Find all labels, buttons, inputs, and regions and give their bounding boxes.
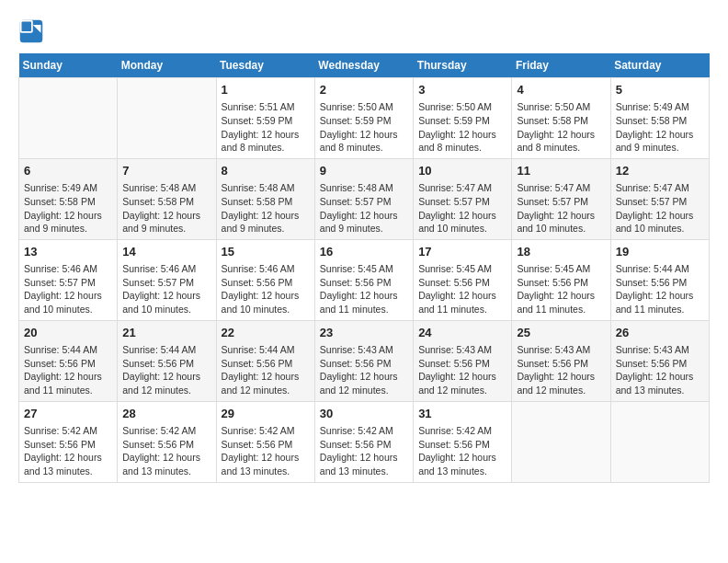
day-number: 31	[418, 406, 506, 422]
day-number: 29	[222, 406, 310, 422]
calendar-cell: 28Sunrise: 5:42 AM Sunset: 5:56 PM Dayli…	[118, 401, 216, 482]
calendar-cell: 9Sunrise: 5:48 AM Sunset: 5:57 PM Daylig…	[314, 158, 413, 239]
day-number: 6	[24, 163, 112, 179]
week-row-2: 6Sunrise: 5:49 AM Sunset: 5:58 PM Daylig…	[19, 158, 710, 239]
day-info: Sunrise: 5:46 AM Sunset: 5:56 PM Dayligh…	[222, 262, 310, 316]
day-info: Sunrise: 5:43 AM Sunset: 5:56 PM Dayligh…	[517, 343, 605, 397]
week-row-4: 20Sunrise: 5:44 AM Sunset: 5:56 PM Dayli…	[19, 320, 710, 401]
day-number: 10	[418, 163, 506, 179]
calendar-cell: 24Sunrise: 5:43 AM Sunset: 5:56 PM Dayli…	[414, 320, 512, 401]
day-number: 17	[418, 244, 506, 260]
day-number: 25	[517, 325, 605, 341]
day-info: Sunrise: 5:45 AM Sunset: 5:56 PM Dayligh…	[418, 262, 506, 316]
calendar-cell: 7Sunrise: 5:48 AM Sunset: 5:58 PM Daylig…	[118, 158, 216, 239]
day-info: Sunrise: 5:47 AM Sunset: 5:57 PM Dayligh…	[616, 181, 704, 236]
day-info: Sunrise: 5:47 AM Sunset: 5:57 PM Dayligh…	[418, 181, 506, 236]
day-info: Sunrise: 5:46 AM Sunset: 5:57 PM Dayligh…	[24, 262, 112, 316]
calendar-cell: 10Sunrise: 5:47 AM Sunset: 5:57 PM Dayli…	[414, 158, 512, 239]
calendar-cell: 6Sunrise: 5:49 AM Sunset: 5:58 PM Daylig…	[19, 158, 118, 239]
calendar-cell: 22Sunrise: 5:44 AM Sunset: 5:56 PM Dayli…	[216, 320, 314, 401]
day-number: 5	[616, 82, 704, 98]
day-number: 21	[122, 325, 210, 341]
day-info: Sunrise: 5:48 AM Sunset: 5:57 PM Dayligh…	[320, 181, 408, 236]
calendar-cell	[118, 78, 216, 159]
day-info: Sunrise: 5:44 AM Sunset: 5:56 PM Dayligh…	[122, 343, 210, 397]
calendar-cell: 3Sunrise: 5:50 AM Sunset: 5:59 PM Daylig…	[414, 78, 512, 159]
day-info: Sunrise: 5:42 AM Sunset: 5:56 PM Dayligh…	[418, 424, 506, 478]
day-number: 30	[320, 406, 408, 422]
day-info: Sunrise: 5:51 AM Sunset: 5:59 PM Dayligh…	[222, 100, 310, 155]
day-header-friday: Friday	[512, 53, 610, 78]
day-info: Sunrise: 5:47 AM Sunset: 5:57 PM Dayligh…	[517, 181, 605, 236]
calendar-cell: 25Sunrise: 5:43 AM Sunset: 5:56 PM Dayli…	[512, 320, 610, 401]
day-info: Sunrise: 5:49 AM Sunset: 5:58 PM Dayligh…	[616, 100, 704, 155]
day-info: Sunrise: 5:44 AM Sunset: 5:56 PM Dayligh…	[222, 343, 310, 397]
calendar-cell: 15Sunrise: 5:46 AM Sunset: 5:56 PM Dayli…	[216, 239, 314, 320]
calendar-cell: 14Sunrise: 5:46 AM Sunset: 5:57 PM Dayli…	[118, 239, 216, 320]
calendar-cell: 31Sunrise: 5:42 AM Sunset: 5:56 PM Dayli…	[414, 401, 512, 482]
calendar-cell: 17Sunrise: 5:45 AM Sunset: 5:56 PM Dayli…	[414, 239, 512, 320]
day-info: Sunrise: 5:44 AM Sunset: 5:56 PM Dayligh…	[24, 343, 112, 397]
calendar-cell: 18Sunrise: 5:45 AM Sunset: 5:56 PM Dayli…	[512, 239, 610, 320]
day-info: Sunrise: 5:44 AM Sunset: 5:56 PM Dayligh…	[616, 262, 704, 316]
calendar-cell: 27Sunrise: 5:42 AM Sunset: 5:56 PM Dayli…	[19, 401, 118, 482]
day-number: 1	[222, 82, 310, 98]
day-header-saturday: Saturday	[610, 53, 709, 78]
calendar-cell: 30Sunrise: 5:42 AM Sunset: 5:56 PM Dayli…	[314, 401, 413, 482]
day-number: 8	[222, 163, 310, 179]
day-header-wednesday: Wednesday	[314, 53, 413, 78]
day-header-tuesday: Tuesday	[216, 53, 314, 78]
day-info: Sunrise: 5:50 AM Sunset: 5:59 PM Dayligh…	[418, 100, 506, 155]
day-info: Sunrise: 5:50 AM Sunset: 5:58 PM Dayligh…	[517, 100, 605, 155]
calendar-cell: 4Sunrise: 5:50 AM Sunset: 5:58 PM Daylig…	[512, 78, 610, 159]
day-info: Sunrise: 5:42 AM Sunset: 5:56 PM Dayligh…	[24, 424, 112, 478]
day-info: Sunrise: 5:42 AM Sunset: 5:56 PM Dayligh…	[320, 424, 408, 478]
calendar-cell: 11Sunrise: 5:47 AM Sunset: 5:57 PM Dayli…	[512, 158, 610, 239]
day-info: Sunrise: 5:42 AM Sunset: 5:56 PM Dayligh…	[222, 424, 310, 478]
calendar-cell	[19, 78, 118, 159]
calendar-cell: 29Sunrise: 5:42 AM Sunset: 5:56 PM Dayli…	[216, 401, 314, 482]
calendar-cell: 19Sunrise: 5:44 AM Sunset: 5:56 PM Dayli…	[610, 239, 709, 320]
day-number: 24	[418, 325, 506, 341]
day-number: 28	[122, 406, 210, 422]
calendar-cell: 12Sunrise: 5:47 AM Sunset: 5:57 PM Dayli…	[610, 158, 709, 239]
day-number: 9	[320, 163, 408, 179]
day-info: Sunrise: 5:45 AM Sunset: 5:56 PM Dayligh…	[320, 262, 408, 316]
day-number: 15	[222, 244, 310, 260]
day-number: 3	[418, 82, 506, 98]
calendar-cell	[512, 401, 610, 482]
day-number: 16	[320, 244, 408, 260]
day-info: Sunrise: 5:43 AM Sunset: 5:56 PM Dayligh…	[616, 343, 704, 397]
calendar-cell: 5Sunrise: 5:49 AM Sunset: 5:58 PM Daylig…	[610, 78, 709, 159]
day-header-monday: Monday	[118, 53, 216, 78]
logo	[18, 18, 46, 44]
day-info: Sunrise: 5:49 AM Sunset: 5:58 PM Dayligh…	[24, 181, 112, 236]
day-info: Sunrise: 5:46 AM Sunset: 5:57 PM Dayligh…	[122, 262, 210, 316]
calendar-table: SundayMondayTuesdayWednesdayThursdayFrid…	[18, 53, 710, 483]
day-number: 20	[24, 325, 112, 341]
week-row-5: 27Sunrise: 5:42 AM Sunset: 5:56 PM Dayli…	[19, 401, 710, 482]
day-info: Sunrise: 5:43 AM Sunset: 5:56 PM Dayligh…	[418, 343, 506, 397]
logo-icon	[18, 18, 44, 44]
calendar-cell: 1Sunrise: 5:51 AM Sunset: 5:59 PM Daylig…	[216, 78, 314, 159]
day-number: 27	[24, 406, 112, 422]
svg-rect-3	[22, 22, 32, 32]
page-header	[18, 18, 710, 44]
day-info: Sunrise: 5:48 AM Sunset: 5:58 PM Dayligh…	[122, 181, 210, 236]
day-number: 22	[222, 325, 310, 341]
day-number: 4	[517, 82, 605, 98]
day-info: Sunrise: 5:45 AM Sunset: 5:56 PM Dayligh…	[517, 262, 605, 316]
day-number: 11	[517, 163, 605, 179]
calendar-cell: 2Sunrise: 5:50 AM Sunset: 5:59 PM Daylig…	[314, 78, 413, 159]
day-number: 14	[122, 244, 210, 260]
day-info: Sunrise: 5:48 AM Sunset: 5:58 PM Dayligh…	[222, 181, 310, 236]
day-info: Sunrise: 5:50 AM Sunset: 5:59 PM Dayligh…	[320, 100, 408, 155]
day-number: 12	[616, 163, 704, 179]
day-number: 23	[320, 325, 408, 341]
day-number: 13	[24, 244, 112, 260]
calendar-cell: 23Sunrise: 5:43 AM Sunset: 5:56 PM Dayli…	[314, 320, 413, 401]
calendar-cell	[610, 401, 709, 482]
day-number: 18	[517, 244, 605, 260]
day-number: 7	[122, 163, 210, 179]
calendar-cell: 16Sunrise: 5:45 AM Sunset: 5:56 PM Dayli…	[314, 239, 413, 320]
